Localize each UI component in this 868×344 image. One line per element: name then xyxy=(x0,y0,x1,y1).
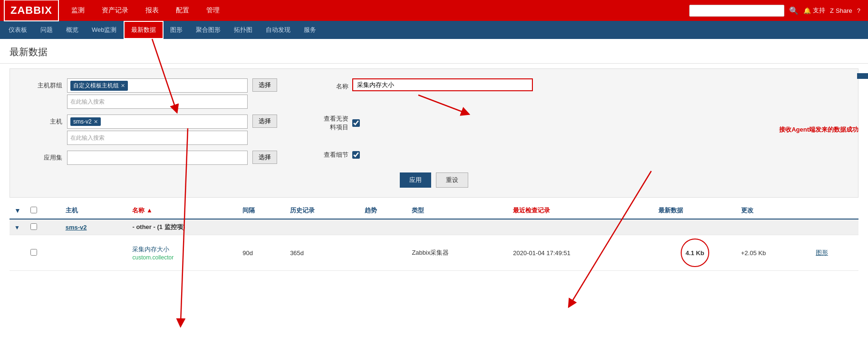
apply-button[interactable]: 应用 xyxy=(400,172,431,188)
host-group-input-group: 自定义模板主机组 ✕ 在此输入搜索 xyxy=(67,78,248,109)
nav-topology[interactable]: 拓扑图 xyxy=(227,21,259,39)
table-row: 采集内存大小 custom.collector 90d 365d Zabbix采… xyxy=(10,235,858,271)
row-last-check-cell: 2020-01-04 17:49:51 xyxy=(508,235,654,271)
row-interval-cell: 90d xyxy=(238,235,285,271)
filter-row-host: 主机 sms-v2 ✕ 在此输入搜索 选择 查看无资料项目 xyxy=(24,115,844,145)
support-button[interactable]: 🔔 支持 xyxy=(803,6,825,15)
th-host[interactable]: 主机 xyxy=(61,202,128,219)
top-menu-item-monitor[interactable]: 监测 xyxy=(63,0,93,21)
th-trend[interactable]: 趋势 xyxy=(360,202,407,219)
host-link[interactable]: sms-v2 xyxy=(66,224,87,231)
host-group-search-box[interactable]: 在此输入搜索 xyxy=(67,95,248,109)
name-label: 名称 xyxy=(320,79,348,91)
top-menu-item-admin[interactable]: 管理 xyxy=(198,0,228,21)
item-name-link[interactable]: 采集内存大小 xyxy=(132,246,169,253)
app-select-button[interactable]: 选择 xyxy=(252,151,277,164)
row-latest-value-cell: 4.1 Kb xyxy=(654,235,736,271)
th-expand: ▼ xyxy=(10,202,26,219)
host-group-tag-box[interactable]: 自定义模板主机组 ✕ xyxy=(67,78,248,93)
row-type-cell: Zabbix采集器 xyxy=(407,235,508,271)
reset-button[interactable]: 重设 xyxy=(436,172,468,188)
filter-row-app: 应用集 选择 查看细节 xyxy=(24,151,844,165)
zabbix-logo: ZABBIX xyxy=(4,0,59,21)
collapse-icon[interactable]: ▼ xyxy=(14,224,20,231)
row-checkbox[interactable] xyxy=(30,249,37,256)
nav-problems[interactable]: 问题 xyxy=(34,21,59,39)
global-search-input[interactable] xyxy=(689,5,784,17)
row-checkbox-cell xyxy=(26,235,61,271)
top-menu-item-assets[interactable]: 资产记录 xyxy=(93,0,137,21)
nav-web-monitor[interactable]: Web监测 xyxy=(85,21,124,39)
host-group-label: 主机群组 xyxy=(24,78,62,90)
no-data-checkbox[interactable] xyxy=(352,119,360,127)
name-field-row: 名称 xyxy=(320,78,533,91)
expand-all-icon[interactable]: ▼ xyxy=(14,207,21,214)
group-label: - other - (1 监控项) xyxy=(127,219,858,235)
details-row: 查看细节 xyxy=(320,151,360,159)
th-latest-data[interactable]: 最新数据 xyxy=(654,202,736,219)
help-button[interactable]: ? xyxy=(857,7,860,14)
host-label: 主机 xyxy=(24,115,62,126)
nav-autodiscovery[interactable]: 自动发现 xyxy=(259,21,297,39)
share-button[interactable]: Z Share xyxy=(830,7,852,14)
share-icon: Z xyxy=(830,7,834,14)
search-icon[interactable]: 🔍 xyxy=(789,6,799,15)
latest-value-circle: 4.1 Kb xyxy=(681,239,709,267)
th-name[interactable]: 名称 ▲ xyxy=(127,202,238,219)
app-tag-box[interactable] xyxy=(67,151,248,165)
name-input[interactable] xyxy=(352,78,533,91)
no-data-row: 查看无资料项目 xyxy=(320,115,360,132)
nav-latest-data[interactable]: 最新数据 xyxy=(124,21,164,39)
host-group-select-button[interactable]: 选择 xyxy=(252,78,277,92)
host-search-box[interactable]: 在此输入搜索 xyxy=(67,131,248,145)
top-right-actions: 🔍 🔔 支持 Z Share ? xyxy=(689,5,868,17)
top-menu-item-reports[interactable]: 报表 xyxy=(137,0,167,21)
group-checkbox[interactable] xyxy=(30,223,37,230)
sort-asc-icon: ▲ xyxy=(146,207,153,214)
group-collapse-arrow[interactable]: ▼ xyxy=(10,219,26,235)
top-menu: 监测 资产记录 报表 配置 管理 xyxy=(63,0,228,21)
th-change[interactable]: 更改 xyxy=(736,202,811,219)
nav-services[interactable]: 服务 xyxy=(297,21,323,39)
page-title: 最新数据 xyxy=(0,39,868,64)
nav-aggregate-graphs[interactable]: 聚合图形 xyxy=(189,21,227,39)
graph-link[interactable]: 图形 xyxy=(816,249,828,256)
app-label: 应用集 xyxy=(24,151,62,162)
nav-dashboard[interactable]: 仪表板 xyxy=(2,21,34,39)
row-action-cell: 图形 xyxy=(811,235,858,271)
data-table-wrapper: ▼ 主机 名称 ▲ 间隔 历史记录 趋势 类型 最近检查记录 最新数据 xyxy=(10,202,858,271)
host-select-button[interactable]: 选择 xyxy=(252,115,277,128)
data-table: ▼ 主机 名称 ▲ 间隔 历史记录 趋势 类型 最近检查记录 最新数据 xyxy=(10,202,858,271)
th-type[interactable]: 类型 xyxy=(407,202,508,219)
row-host-cell xyxy=(61,235,128,271)
host-tag-box[interactable]: sms-v2 ✕ xyxy=(67,115,248,129)
host-input-group: sms-v2 ✕ 在此输入搜索 xyxy=(67,115,248,145)
row-expand-cell xyxy=(10,235,26,271)
side-filter-button[interactable]: 过滤 xyxy=(857,73,868,79)
second-navigation: 仪表板 问题 概览 Web监测 最新数据 图形 聚合图形 拓扑图 自动发现 服务 xyxy=(0,21,868,39)
host-placeholder: 在此输入搜索 xyxy=(70,133,105,143)
details-checkbox[interactable] xyxy=(352,151,360,159)
host-tag-remove[interactable]: ✕ xyxy=(94,119,98,125)
th-history[interactable]: 历史记录 xyxy=(285,202,359,219)
select-all-checkbox[interactable] xyxy=(30,207,37,213)
row-change-cell: +2.05 Kb xyxy=(736,235,811,271)
th-checkbox xyxy=(26,202,61,219)
row-trend-cell xyxy=(360,235,407,271)
app-input-group xyxy=(67,151,248,165)
host-group-tag-remove[interactable]: ✕ xyxy=(121,83,125,89)
support-icon: 🔔 xyxy=(803,7,811,14)
filter-row-hostgroup: 主机群组 自定义模板主机组 ✕ 在此输入搜索 选择 名称 xyxy=(24,78,844,109)
host-group-tag: 自定义模板主机组 ✕ xyxy=(70,81,128,91)
th-last-check[interactable]: 最近检查记录 xyxy=(508,202,654,219)
table-group-row: ▼ sms-v2 - other - (1 监控项) xyxy=(10,219,858,235)
group-host: sms-v2 xyxy=(61,219,128,235)
details-label: 查看细节 xyxy=(320,151,348,159)
top-menu-item-config[interactable]: 配置 xyxy=(167,0,198,21)
no-data-label: 查看无资料项目 xyxy=(320,115,348,132)
nav-overview[interactable]: 概览 xyxy=(59,21,85,39)
nav-graphs[interactable]: 图形 xyxy=(164,21,189,39)
row-name-cell: 采集内存大小 custom.collector xyxy=(127,235,238,271)
host-tag: sms-v2 ✕ xyxy=(70,117,101,126)
th-interval[interactable]: 间隔 xyxy=(238,202,285,219)
